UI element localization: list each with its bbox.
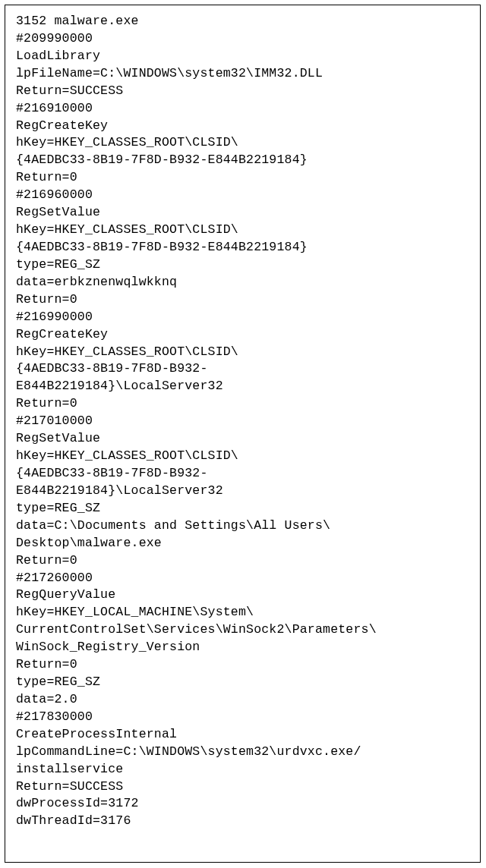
log-line: hKey=HKEY_CLASSES_ROOT\CLSID\ — [16, 448, 469, 465]
log-line: data=2.0 — [16, 691, 469, 709]
log-line: type=REG_SZ — [16, 674, 469, 691]
log-line: #216910000 — [16, 100, 469, 118]
log-line: hKey=HKEY_CLASSES_ROOT\CLSID\ — [16, 222, 469, 239]
log-line: LoadLibrary — [16, 48, 469, 65]
log-line: installservice — [16, 761, 469, 778]
log-line: E844B2219184}\LocalServer32 — [16, 378, 469, 395]
log-line: dwProcessId=3172 — [16, 795, 469, 813]
log-line: 3152 malware.exe — [16, 13, 469, 30]
log-line: CurrentControlSet\Services\WinSock2\Para… — [16, 621, 469, 639]
log-line: #217010000 — [16, 413, 469, 430]
log-line: Return=0 — [16, 395, 469, 413]
log-line: RegCreateKey — [16, 118, 469, 135]
log-line: WinSock_Registry_Version — [16, 639, 469, 656]
log-line: Desktop\malware.exe — [16, 535, 469, 552]
log-line: dwThreadId=3176 — [16, 813, 469, 830]
log-line: RegSetValue — [16, 204, 469, 222]
log-line: #209990000 — [16, 30, 469, 48]
log-line: E844B2219184}\LocalServer32 — [16, 483, 469, 500]
log-line: #217260000 — [16, 570, 469, 587]
log-line: {4AEDBC33-8B19-7F8D-B932-E844B2219184} — [16, 239, 469, 256]
log-output-panel: 3152 malware.exe #209990000 LoadLibrary … — [5, 5, 481, 863]
log-line: #216960000 — [16, 187, 469, 204]
log-line: hKey=HKEY_LOCAL_MACHINE\System\ — [16, 604, 469, 621]
log-line: hKey=HKEY_CLASSES_ROOT\CLSID\ — [16, 134, 469, 152]
log-line: Return=0 — [16, 169, 469, 187]
log-line: data=C:\Documents and Settings\All Users… — [16, 517, 469, 535]
log-line: #216990000 — [16, 309, 469, 326]
log-line: {4AEDBC33-8B19-7F8D-B932-E844B2219184} — [16, 152, 469, 169]
log-line: {4AEDBC33-8B19-7F8D-B932- — [16, 465, 469, 483]
log-line: Return=0 — [16, 291, 469, 309]
log-line: Return=SUCCESS — [16, 83, 469, 100]
log-line: Return=SUCCESS — [16, 778, 469, 796]
log-line: CreateProcessInternal — [16, 726, 469, 744]
log-line: RegCreateKey — [16, 326, 469, 344]
log-line: type=REG_SZ — [16, 500, 469, 517]
log-line: Return=0 — [16, 656, 469, 674]
log-line: hKey=HKEY_CLASSES_ROOT\CLSID\ — [16, 344, 469, 361]
log-line: #217830000 — [16, 709, 469, 726]
log-line: type=REG_SZ — [16, 256, 469, 274]
log-line: lpFileName=C:\WINDOWS\system32\IMM32.DLL — [16, 65, 469, 83]
log-line: RegSetValue — [16, 430, 469, 448]
log-line: data=erbkznenwqlwkknq — [16, 274, 469, 291]
log-line: RegQueryValue — [16, 587, 469, 604]
log-line: {4AEDBC33-8B19-7F8D-B932- — [16, 360, 469, 378]
log-line: lpCommandLine=C:\WINDOWS\system32\urdvxc… — [16, 744, 469, 761]
log-line: Return=0 — [16, 552, 469, 570]
